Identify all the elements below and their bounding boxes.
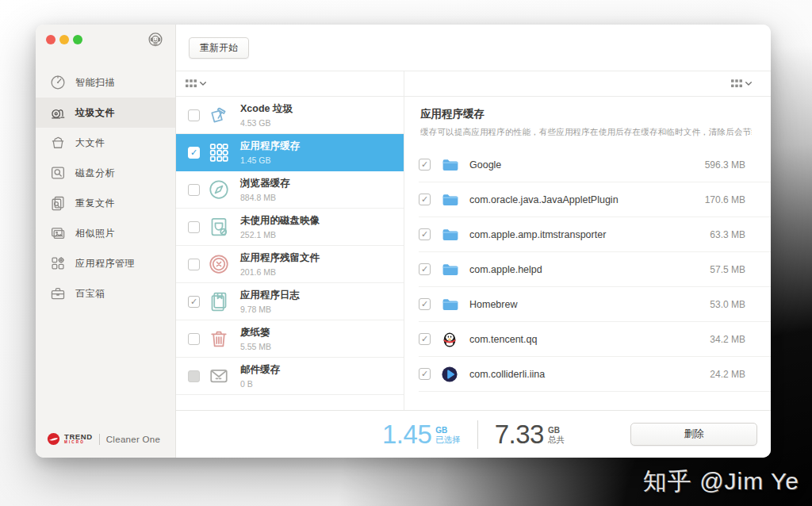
detail-description: 缓存可以提高应用程序的性能，有些应用程序在使用后存在缓存和临时文件，清除后会节约… — [420, 127, 752, 138]
sidebar-item-toolbox[interactable]: 百宝箱 — [36, 278, 175, 309]
checkbox[interactable] — [419, 228, 431, 240]
view-options-button[interactable] — [731, 79, 752, 88]
detail-title: 应用程序缓存 — [420, 107, 752, 121]
topbar: 重新开始 — [176, 25, 771, 71]
checkbox[interactable] — [188, 259, 200, 270]
restart-button[interactable]: 重新开始 — [189, 37, 249, 59]
detail-item-name: com.apple.helpd — [469, 264, 702, 275]
checkbox[interactable] — [419, 333, 431, 345]
detail-row[interactable]: com.apple.amp.itmstransporter63.3 MB — [419, 217, 771, 252]
detail-row[interactable]: com.oracle.java.JavaAppletPlugin170.6 MB — [419, 182, 771, 217]
sidebar-item-label: 大文件 — [75, 136, 105, 150]
large-files-icon — [49, 134, 67, 151]
mail-cache-icon — [207, 364, 231, 388]
sidebar-item-disk-analysis[interactable]: 磁盘分析 — [36, 158, 175, 188]
category-row-app-logs[interactable]: 应用程序日志9.78 MB — [176, 283, 404, 320]
detail-list: Google596.3 MBcom.oracle.java.JavaApplet… — [404, 148, 771, 392]
checkbox[interactable] — [419, 298, 431, 310]
sidebar-item-label: 应用程序管理 — [75, 257, 135, 270]
checkbox[interactable] — [419, 159, 431, 171]
detail-item-size: 57.5 MB — [710, 264, 745, 275]
detail-item-size: 170.6 MB — [705, 194, 745, 205]
category-row-disk-image[interactable]: 未使用的磁盘映像252.1 MB — [176, 209, 404, 246]
zoom-button[interactable] — [73, 35, 82, 44]
checkbox[interactable] — [419, 194, 431, 205]
sidebar-item-label: 智能扫描 — [75, 76, 115, 90]
category-size: 252.1 MB — [240, 230, 320, 240]
total-size-value: 7.33 — [495, 420, 544, 450]
close-button[interactable] — [46, 35, 56, 44]
detail-item-name: com.colliderli.iina — [469, 369, 702, 380]
category-name: Xcode 垃圾 — [240, 102, 293, 116]
selection-summary: 1.45 GB 已选择 7.33 GB 总共 — [382, 420, 565, 450]
category-size: 884.8 MB — [240, 193, 290, 202]
category-name: 应用程序日志 — [240, 289, 300, 302]
category-row-app-leftover[interactable]: 应用程序残留文件201.6 MB — [176, 246, 404, 283]
checkbox[interactable] — [188, 147, 200, 159]
brand-area: TREND MICRO Cleaner One — [46, 431, 160, 447]
selected-size-label: 已选择 — [435, 435, 461, 444]
checkbox[interactable] — [188, 370, 200, 382]
support-icon[interactable] — [147, 31, 164, 48]
detail-row[interactable]: com.tencent.qq34.2 MB — [419, 322, 771, 357]
category-size: 1.45 GB — [240, 155, 300, 165]
trend-micro-logo-icon — [46, 431, 61, 447]
folder-icon — [440, 295, 459, 314]
detail-row[interactable]: Google596.3 MB — [419, 148, 771, 182]
sidebar-item-similar-photos[interactable]: 相似照片 — [36, 218, 175, 248]
category-row-browser-cache[interactable]: 浏览器缓存884.8 MB — [176, 171, 404, 209]
category-row-xcode-junk[interactable]: Xcode 垃圾4.53 GB — [176, 97, 404, 134]
category-name: 邮件缓存 — [240, 363, 280, 377]
similar-photos-icon — [49, 224, 67, 242]
app-manager-icon — [49, 255, 67, 272]
checkbox[interactable] — [188, 333, 200, 345]
total-size-label: 总共 — [548, 435, 565, 444]
sidebar-item-duplicate-files[interactable]: 重复文件 — [36, 188, 175, 218]
detail-row[interactable]: com.colliderli.iina24.2 MB — [419, 357, 771, 392]
category-row-trash[interactable]: 废纸篓5.55 MB — [176, 320, 404, 358]
sidebar-item-app-manager[interactable]: 应用程序管理 — [36, 248, 175, 278]
checkbox[interactable] — [419, 368, 431, 380]
qq-icon — [440, 330, 459, 349]
smart-scan-icon — [49, 74, 67, 91]
sidebar: 智能扫描垃圾文件大文件磁盘分析重复文件相似照片应用程序管理百宝箱 TREND M… — [36, 25, 176, 458]
browser-cache-icon — [207, 178, 231, 201]
folder-icon — [440, 225, 459, 244]
detail-row[interactable]: Homebrew53.0 MB — [419, 287, 771, 322]
checkbox[interactable] — [188, 184, 200, 196]
view-options-button[interactable] — [186, 79, 206, 88]
checkbox[interactable] — [419, 263, 431, 275]
watermark: 知乎 @Jim Ye — [643, 466, 799, 498]
delete-button[interactable]: 删除 — [630, 423, 757, 446]
detail-item-name: com.oracle.java.JavaAppletPlugin — [469, 194, 697, 205]
app-cache-icon — [207, 140, 231, 164]
checkbox[interactable] — [188, 221, 200, 233]
sidebar-item-junk-files[interactable]: 垃圾文件 — [36, 98, 175, 128]
detail-item-size: 63.3 MB — [710, 229, 745, 240]
sidebar-item-smart-scan[interactable]: 智能扫描 — [36, 67, 175, 98]
sidebar-item-large-files[interactable]: 大文件 — [36, 128, 175, 158]
sidebar-nav: 智能扫描垃圾文件大文件磁盘分析重复文件相似照片应用程序管理百宝箱 — [36, 67, 175, 309]
sidebar-item-label: 百宝箱 — [75, 287, 105, 301]
desktop-background: 智能扫描垃圾文件大文件磁盘分析重复文件相似照片应用程序管理百宝箱 TREND M… — [0, 0, 812, 506]
category-name: 浏览器缓存 — [240, 177, 290, 190]
category-row-app-cache[interactable]: 应用程序缓存1.45 GB — [176, 134, 404, 171]
detail-item-size: 24.2 MB — [710, 369, 745, 380]
junk-files-icon — [49, 104, 67, 121]
sidebar-item-label: 磁盘分析 — [75, 167, 115, 180]
trash-icon — [207, 327, 231, 351]
selected-size-unit: GB — [435, 426, 461, 435]
checkbox[interactable] — [188, 296, 200, 308]
category-row-mail-cache[interactable]: 邮件缓存0 B — [176, 358, 404, 395]
detail-row[interactable]: com.apple.helpd57.5 MB — [419, 252, 771, 287]
window-controls — [46, 35, 82, 44]
sidebar-item-label: 垃圾文件 — [75, 106, 115, 120]
detail-item-size: 34.2 MB — [710, 334, 745, 345]
category-name: 废纸篓 — [240, 326, 271, 339]
bottom-bar: 1.45 GB 已选择 7.33 GB 总共 删除 — [176, 410, 771, 458]
app-logs-icon — [207, 289, 231, 313]
detail-item-name: Google — [469, 159, 697, 171]
checkbox[interactable] — [188, 109, 200, 121]
disk-analysis-icon — [49, 164, 67, 182]
minimize-button[interactable] — [59, 35, 69, 44]
